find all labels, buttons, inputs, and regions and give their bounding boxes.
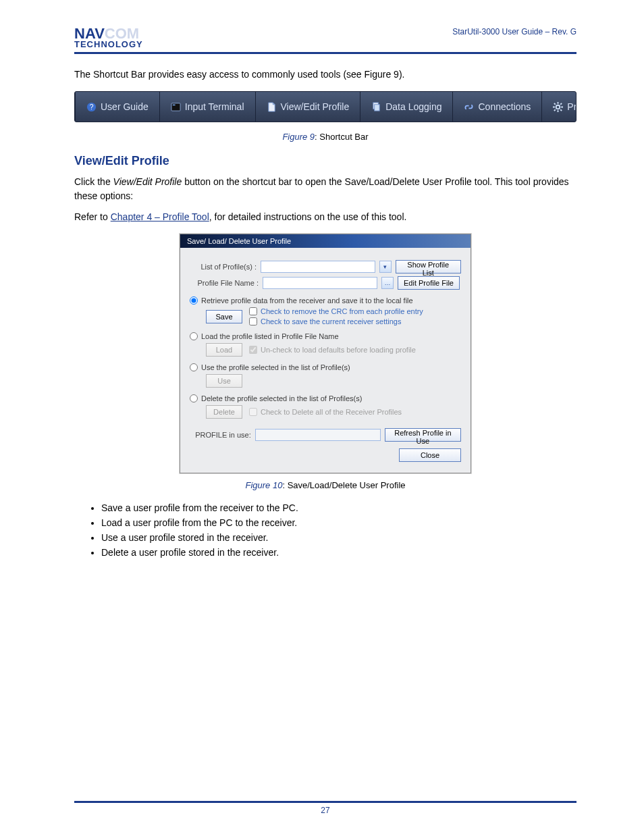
- list-item: Save a user profile from the receiver to…: [101, 502, 576, 513]
- close-button[interactable]: Close: [399, 448, 461, 462]
- svg-rect-5: [375, 105, 380, 111]
- gear-icon: [553, 102, 563, 112]
- save-current-checkbox[interactable]: [249, 317, 257, 325]
- figure-9-caption: Figure 9: Shortcut Bar: [74, 132, 576, 142]
- user-profile-dialog: Save/ Load/ Delete User Profile List of …: [180, 234, 471, 473]
- delete-all-checkbox: [249, 408, 257, 416]
- label-profile-in-use: PROFILE in use:: [190, 431, 251, 439]
- edit-profile-file-button[interactable]: Edit Profile File: [398, 276, 460, 290]
- intro-text: The Shortcut Bar provides easy access to…: [74, 68, 576, 82]
- profile-list-field[interactable]: [261, 261, 375, 273]
- list-item: Load a user profile from the PC to the r…: [101, 517, 576, 528]
- label-profile-file-name: Profile File Name :: [190, 279, 259, 287]
- load-button: Load: [206, 343, 242, 357]
- load-radio[interactable]: [190, 332, 198, 340]
- delete-label: Delete the profile selected in the list …: [201, 394, 362, 402]
- link-icon: [464, 102, 474, 112]
- sb-label: User Guide: [101, 101, 149, 112]
- feature-list: Save a user profile from the receiver to…: [74, 502, 576, 558]
- uncheck-defaults-label: Un-check to load defaults before loading…: [261, 346, 416, 354]
- svg-rect-2: [171, 103, 180, 111]
- use-label: Use the profile selected in the list of …: [201, 363, 350, 371]
- link-chapter-4[interactable]: Chapter 4 – Profile Tool: [111, 211, 209, 222]
- svg-text:?: ?: [90, 103, 94, 111]
- logo: NAVCOM TECHNOLOGY: [74, 27, 143, 48]
- shortcut-bar: ? User Guide Input Terminal View/Edit Pr…: [74, 91, 576, 122]
- page-number: 27: [321, 806, 329, 815]
- svg-rect-3: [173, 105, 176, 105]
- svg-point-6: [556, 105, 560, 109]
- doc-title: StarUtil-3000 User Guide – Rev. G: [452, 27, 576, 36]
- figure-10-caption: Figure 10: Save/Load/Delete User Profile: [74, 480, 576, 490]
- save-button[interactable]: Save: [206, 310, 242, 323]
- svg-line-14: [554, 109, 556, 111]
- heading-view-edit-profile: View/Edit Profile: [74, 154, 576, 168]
- sb-view-edit-profile[interactable]: View/Edit Profile: [256, 92, 361, 122]
- remove-crc-label: Check to remove the CRC from each profil…: [261, 307, 423, 315]
- sb-data-logging[interactable]: Data Logging: [360, 92, 453, 122]
- list-item: Use a user profile stored in the receive…: [101, 532, 576, 543]
- delete-all-label: Check to Delete all of the Receiver Prof…: [261, 408, 402, 416]
- copy-icon: [371, 102, 381, 112]
- profile-list-dropdown[interactable]: ▾: [379, 261, 392, 273]
- profile-in-use-field: [255, 429, 381, 441]
- fig9-text: : Shortcut Bar: [315, 132, 368, 142]
- page-header: NAVCOM TECHNOLOGY StarUtil-3000 User Gui…: [74, 27, 576, 48]
- remove-crc-checkbox[interactable]: [249, 307, 257, 315]
- load-label: Load the profile listed in Profile File …: [201, 332, 339, 340]
- save-current-label: Check to save the current receiver setti…: [261, 317, 401, 325]
- help-circle-icon: ?: [86, 102, 97, 112]
- sb-connections[interactable]: Connections: [453, 92, 542, 122]
- delete-radio[interactable]: [190, 394, 198, 402]
- retrieve-label: Retrieve profile data from the receiver …: [201, 296, 413, 305]
- show-profile-list-button[interactable]: Show Profile List: [396, 260, 462, 273]
- sb-label: Preferences: [567, 101, 576, 112]
- fig9-num: Figure 9: [282, 132, 315, 142]
- chevron-down-icon: ▾: [383, 263, 387, 270]
- sb-label: Data Logging: [385, 101, 441, 112]
- header-rule: [74, 52, 576, 54]
- sb-preferences[interactable]: Preferences: [542, 92, 576, 122]
- ellipsis-icon: …: [385, 280, 391, 286]
- retrieve-radio[interactable]: [190, 296, 198, 305]
- list-item: Delete a user profile stored in the rece…: [101, 547, 576, 558]
- fig10-text: : Save/Load/Delete User Profile: [282, 480, 405, 490]
- svg-line-11: [554, 103, 556, 105]
- uncheck-defaults-checkbox: [249, 346, 257, 354]
- use-button: Use: [206, 374, 242, 388]
- sb-input-terminal[interactable]: Input Terminal: [160, 92, 256, 122]
- ve-button-name: View/Edit Profile: [113, 176, 182, 187]
- logo-text-2: TECHNOLOGY: [74, 41, 143, 49]
- refresh-profile-button[interactable]: Refresh Profile in Use: [385, 428, 461, 442]
- delete-button: Delete: [206, 405, 242, 419]
- use-radio[interactable]: [190, 363, 198, 371]
- sb-label: View/Edit Profile: [281, 101, 350, 112]
- ve-paragraph-2: Refer to Chapter 4 – Profile Tool, for d…: [74, 210, 576, 224]
- file-icon: [267, 102, 277, 112]
- label-list-of-profiles: List of Profile(s) :: [190, 263, 257, 271]
- terminal-icon: [171, 102, 181, 112]
- sb-user-guide[interactable]: ? User Guide: [76, 92, 160, 122]
- profile-filename-field[interactable]: [263, 277, 377, 289]
- ve-paragraph-1: Click the View/Edit Profile button on th…: [74, 175, 576, 203]
- svg-line-12: [561, 109, 562, 111]
- sb-label: Connections: [478, 101, 531, 112]
- sb-label: Input Terminal: [185, 101, 244, 112]
- fig10-num: Figure 10: [245, 480, 282, 490]
- page-footer: 27: [74, 801, 576, 815]
- dialog-figure: Save/ Load/ Delete User Profile List of …: [74, 234, 576, 473]
- browse-file-button[interactable]: …: [381, 277, 394, 289]
- svg-line-13: [561, 103, 562, 105]
- dialog-title: Save/ Load/ Delete User Profile: [180, 234, 471, 248]
